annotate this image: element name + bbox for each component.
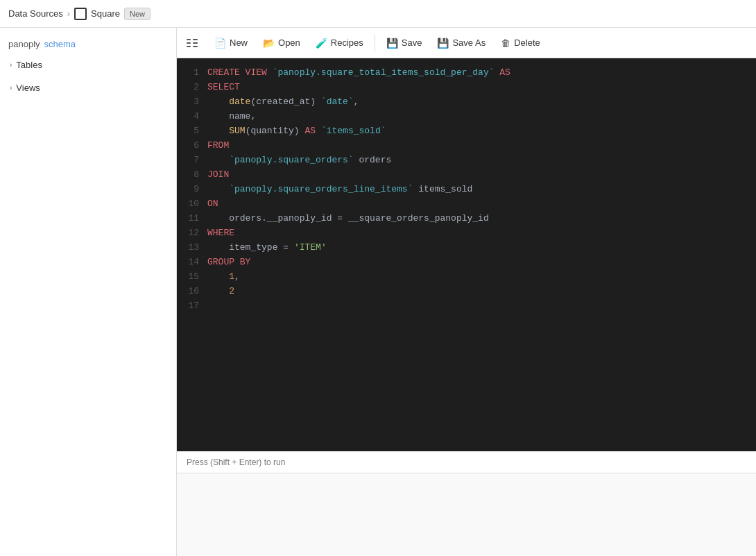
sidebar-tables-label: Tables <box>16 60 42 70</box>
recipes-button[interactable]: 🧪 Recipes <box>309 34 370 52</box>
open-label: Open <box>278 37 300 48</box>
schema-link[interactable]: schema <box>44 39 76 49</box>
save-as-button[interactable]: 💾 Save As <box>430 34 492 52</box>
sidebar-views-section: › Views <box>0 76 176 99</box>
new-badge: New <box>124 8 151 20</box>
open-button[interactable]: 📂 Open <box>256 34 307 52</box>
delete-icon: 🗑 <box>501 37 510 49</box>
schema-name: panoply <box>8 39 40 49</box>
chevron-right-icon-views: › <box>10 84 12 92</box>
save-as-label: Save As <box>452 37 486 48</box>
status-bar: Press (Shift + Enter) to run <box>177 451 756 473</box>
schema-row: panoply schema <box>0 35 176 53</box>
toolbar-divider <box>375 35 375 51</box>
svg-rect-1 <box>187 42 191 44</box>
new-label: New <box>230 37 248 48</box>
new-button[interactable]: 📄 New <box>207 34 255 52</box>
recipes-label: Recipes <box>331 37 363 48</box>
sidebar-item-tables[interactable]: › Tables <box>0 56 176 74</box>
toolbar: 📄 New 📂 Open 🧪 Recipes 💾 Save 💾 Save As <box>177 28 756 58</box>
breadcrumb-separator: › <box>67 8 70 19</box>
svg-rect-0 <box>187 39 191 40</box>
save-as-icon: 💾 <box>437 37 449 49</box>
sidebar-item-views[interactable]: › Views <box>0 79 176 96</box>
breadcrumb-bar: Data Sources › Square New <box>0 0 756 28</box>
line-numbers: 1 2 3 4 5 6 7 8 9 10 11 12 13 14 15 16 1 <box>177 65 207 444</box>
square-icon <box>74 8 87 20</box>
breadcrumb-data-sources[interactable]: Data Sources <box>8 8 63 19</box>
open-icon: 📂 <box>263 37 275 49</box>
svg-rect-2 <box>187 46 191 47</box>
recipes-icon: 🧪 <box>316 37 327 49</box>
svg-rect-4 <box>193 42 198 44</box>
breadcrumb-current: Square <box>91 8 120 19</box>
code-content[interactable]: CREATE VIEW `panoply.square_total_items_… <box>207 65 756 444</box>
save-icon: 💾 <box>386 37 398 49</box>
collapse-sidebar-button[interactable] <box>182 33 202 53</box>
chevron-right-icon: › <box>10 61 12 69</box>
delete-button[interactable]: 🗑 Delete <box>494 34 547 52</box>
code-area[interactable]: 1 2 3 4 5 6 7 8 9 10 11 12 13 14 15 16 1 <box>177 58 756 451</box>
sidebar: panoply schema › Tables › Views <box>0 28 177 556</box>
main-layout: panoply schema › Tables › Views <box>0 28 756 556</box>
right-panel: 📄 New 📂 Open 🧪 Recipes 💾 Save 💾 Save As <box>177 28 756 556</box>
new-icon: 📄 <box>214 37 226 49</box>
delete-label: Delete <box>514 37 540 48</box>
save-button[interactable]: 💾 Save <box>379 34 429 52</box>
results-area <box>177 473 756 556</box>
svg-rect-5 <box>193 46 198 47</box>
svg-rect-3 <box>193 39 198 40</box>
run-hint: Press (Shift + Enter) to run <box>187 457 285 467</box>
sidebar-views-label: Views <box>16 83 40 93</box>
sidebar-tables-section: › Tables <box>0 53 176 76</box>
editor-container: 1 2 3 4 5 6 7 8 9 10 11 12 13 14 15 16 1 <box>177 58 756 473</box>
save-label: Save <box>402 37 422 48</box>
